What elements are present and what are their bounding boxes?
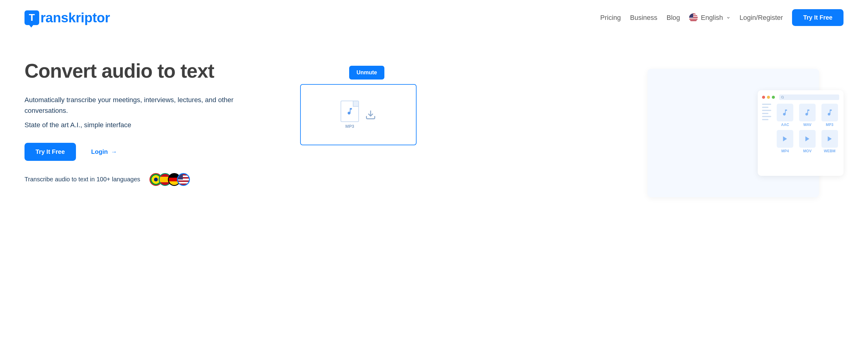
flag-stack <box>150 173 190 186</box>
file-thumb <box>822 104 838 121</box>
language-selector[interactable]: English <box>689 13 730 22</box>
file-item-mov: MOV <box>798 130 817 153</box>
play-icon <box>826 136 833 142</box>
hero-content: Convert audio to text Automatically tran… <box>25 60 245 186</box>
svg-marker-4 <box>806 136 809 142</box>
file-thumb <box>777 104 793 121</box>
file-type-label: MOV <box>803 149 811 153</box>
svg-line-2 <box>783 98 784 99</box>
panel-header <box>762 95 839 100</box>
panel-body: AAC WAV MP3 <box>762 104 839 153</box>
sidebar-line <box>762 104 771 105</box>
sidebar-line <box>762 107 769 108</box>
chevron-down-icon <box>726 15 731 20</box>
file-item-webm: WEBM <box>820 130 839 153</box>
upload-drop-zone: MP3 <box>300 84 416 145</box>
file-item-mp3: MP3 <box>820 104 839 127</box>
file-type-label: WEBM <box>824 149 836 153</box>
nav-blog[interactable]: Blog <box>666 14 680 22</box>
hero-try-free-button[interactable]: Try It Free <box>25 143 76 161</box>
logo-icon: T <box>25 10 39 25</box>
us-flag-icon <box>177 173 190 186</box>
brand-logo[interactable]: T ranskriptor <box>25 10 110 25</box>
hero-description-1: Automatically transcribe your meetings, … <box>25 95 245 116</box>
svg-marker-5 <box>828 136 832 142</box>
unmute-button[interactable]: Unmute <box>349 66 384 79</box>
file-item-aac: AAC <box>775 104 795 127</box>
brand-name: ranskriptor <box>40 10 110 25</box>
file-thumb <box>799 104 816 121</box>
mp3-label: MP3 <box>345 124 354 129</box>
panel-sidebar <box>762 104 771 153</box>
panel-search-bar <box>779 95 839 100</box>
sidebar-line <box>762 110 771 111</box>
file-browser-panel: AAC WAV MP3 <box>758 90 843 176</box>
file-item-mp4: MP4 <box>775 130 795 153</box>
nav-pricing[interactable]: Pricing <box>600 14 621 22</box>
svg-point-1 <box>781 96 783 98</box>
file-item-wav: WAV <box>798 104 817 127</box>
hero-section: Convert audio to text Automatically tran… <box>0 35 868 204</box>
nav-try-free-button[interactable]: Try It Free <box>792 9 843 26</box>
music-note-icon <box>803 109 811 116</box>
file-type-label: WAV <box>803 123 811 127</box>
hero-title: Convert audio to text <box>25 60 245 82</box>
main-nav: Pricing Business Blog English Login/Regi… <box>600 9 843 26</box>
nav-login-register[interactable]: Login/Register <box>740 14 783 22</box>
languages-text: Transcribe audio to text in 100+ languag… <box>25 176 140 183</box>
logo-letter: T <box>29 12 35 23</box>
download-icon <box>365 109 376 120</box>
file-grid: AAC WAV MP3 <box>775 104 839 153</box>
window-close-icon <box>762 96 765 99</box>
music-note-icon <box>345 107 354 115</box>
window-maximize-icon <box>772 96 775 99</box>
language-label: English <box>701 14 723 22</box>
hero-login-link[interactable]: Login → <box>91 148 117 155</box>
hero-actions: Try It Free Login → <box>25 143 245 161</box>
arrow-right-icon: → <box>111 148 117 155</box>
file-type-label: MP3 <box>826 123 833 127</box>
file-thumb <box>822 130 838 148</box>
svg-marker-3 <box>783 136 787 142</box>
file-type-label: MP4 <box>781 149 789 153</box>
mp3-file-icon: MP3 <box>341 101 359 129</box>
languages-info: Transcribe audio to text in 100+ languag… <box>25 173 245 186</box>
music-note-icon <box>826 109 834 116</box>
play-icon <box>782 136 788 142</box>
header: T ranskriptor Pricing Business Blog Engl… <box>0 0 868 35</box>
nav-business[interactable]: Business <box>630 14 657 22</box>
music-note-icon <box>781 109 789 116</box>
us-flag-icon <box>689 13 698 22</box>
play-icon <box>804 136 811 142</box>
file-type-label: AAC <box>781 123 789 127</box>
sidebar-line <box>762 116 771 117</box>
search-icon <box>781 96 784 99</box>
hero-description-2: State of the art A.I., simple interface <box>25 119 245 130</box>
sidebar-line <box>762 113 769 114</box>
sidebar-line <box>762 119 769 120</box>
hero-illustration: Unmute MP3 <box>264 60 843 186</box>
file-box <box>341 101 359 122</box>
file-thumb <box>777 130 793 148</box>
login-label: Login <box>91 148 108 155</box>
window-minimize-icon <box>767 96 770 99</box>
file-thumb <box>799 130 816 148</box>
